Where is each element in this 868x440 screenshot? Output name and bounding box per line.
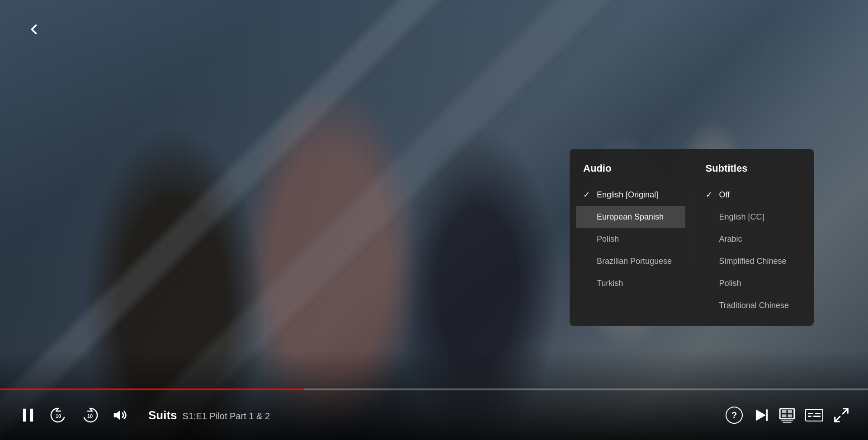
back-button[interactable] (23, 18, 45, 41)
audio-item-polish[interactable]: Polish (576, 228, 685, 250)
subtitles-title: Subtitles (706, 163, 801, 174)
svg-marker-4 (114, 410, 120, 420)
svg-rect-10 (782, 410, 787, 413)
rewind-10-button[interactable]: 10 (47, 404, 70, 426)
help-button[interactable]: ? (725, 406, 743, 424)
subtitles-item-traditional-chinese[interactable]: Traditional Chinese (698, 295, 808, 317)
next-episode-button[interactable] (752, 407, 769, 424)
audio-title: Audio (583, 163, 678, 174)
svg-rect-16 (806, 409, 823, 421)
svg-rect-15 (783, 422, 792, 423)
svg-text:?: ? (731, 410, 737, 420)
check-icon: ✓ (706, 190, 715, 200)
play-pause-button[interactable] (18, 405, 38, 425)
svg-rect-14 (781, 420, 793, 421)
audio-item-european-spanish[interactable]: European Spanish (576, 206, 685, 228)
subtitles-item-simplified-chinese[interactable]: Simplified Chinese (698, 250, 808, 272)
audio-column: Audio ✓ English [Original] European Span… (570, 163, 692, 317)
svg-rect-18 (815, 413, 821, 414)
subtitles-item-polish[interactable]: Polish (698, 272, 808, 295)
audio-item-english[interactable]: ✓ English [Original] (576, 183, 685, 206)
svg-rect-11 (788, 410, 793, 413)
svg-rect-12 (782, 414, 787, 417)
audio-item-turkish[interactable]: Turkish (576, 272, 685, 295)
subtitles-cc-button[interactable] (805, 407, 824, 424)
show-info: Suits S1:E1 Pilot Part 1 & 2 (148, 408, 270, 422)
controls-right: ? (725, 406, 850, 424)
svg-rect-0 (23, 409, 26, 422)
audio-subtitles-panel: Audio ✓ English [Original] European Span… (570, 149, 814, 326)
subtitles-item-arabic[interactable]: Arabic (698, 228, 808, 250)
fullscreen-button[interactable] (833, 407, 850, 424)
svg-rect-1 (30, 409, 33, 422)
svg-rect-13 (788, 414, 793, 417)
subtitles-item-off[interactable]: ✓ Off (698, 183, 808, 206)
controls-left: 10 10 Suits S1:E1 Pilot Part 1 & 2 (18, 404, 270, 426)
svg-rect-17 (808, 413, 813, 414)
svg-rect-19 (808, 416, 811, 417)
volume-button[interactable] (110, 405, 130, 425)
subtitles-column: Subtitles ✓ Off English [CC] Arabic Simp… (692, 163, 814, 317)
episodes-button[interactable] (778, 407, 796, 424)
controls-bar: 10 10 Suits S1:E1 Pilot Part 1 & 2 (0, 390, 868, 440)
audio-item-brazilian-portuguese[interactable]: Brazilian Portuguese (576, 250, 685, 272)
forward-10-button[interactable]: 10 (79, 404, 101, 426)
svg-line-22 (835, 417, 840, 421)
check-icon: ✓ (583, 190, 592, 200)
show-title: Suits (148, 408, 177, 422)
svg-line-21 (843, 409, 848, 414)
svg-rect-20 (813, 416, 821, 417)
svg-rect-9 (780, 409, 794, 419)
show-meta: S1:E1 Pilot Part 1 & 2 (183, 411, 270, 421)
svg-text:10: 10 (87, 413, 93, 419)
svg-rect-8 (766, 409, 768, 421)
svg-marker-7 (756, 409, 766, 421)
subtitles-item-english-cc[interactable]: English [CC] (698, 206, 808, 228)
svg-text:10: 10 (56, 413, 61, 419)
